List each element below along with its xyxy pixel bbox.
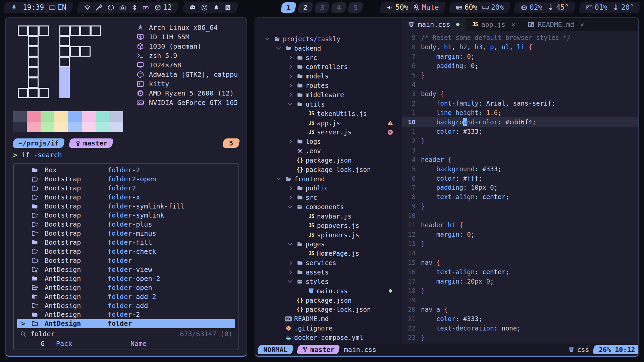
mic-widget[interactable]: Mute <box>413 3 439 11</box>
tree-item-package.json[interactable]: {}package.json <box>255 296 402 305</box>
tree-item-backend[interactable]: backend <box>255 44 402 53</box>
tree-item-middleware[interactable]: middleware <box>255 90 402 100</box>
code-line[interactable]: 18} <box>402 286 638 295</box>
tree-item-server.js[interactable]: JSserver.js <box>255 127 402 137</box>
tree-item-main.css[interactable]: main.css <box>255 286 402 296</box>
finder-row-folder-x[interactable]: ×Bootstrapfolder-x <box>17 193 235 202</box>
finder-row-folder-fill[interactable]: Bootstrapfolder-fill <box>17 238 235 247</box>
notion-icon[interactable] <box>224 4 231 11</box>
code-line[interactable]: 10 <box>402 211 638 220</box>
palette-icon[interactable] <box>107 4 114 11</box>
tree-item-services[interactable]: services <box>255 258 402 267</box>
tree-item-assets[interactable]: assets <box>255 267 402 277</box>
workspace-2[interactable]: 2 <box>297 2 314 13</box>
code-line[interactable]: 3 <box>402 145 638 155</box>
code-line[interactable]: 21color: #333; <box>402 314 638 323</box>
tree-item-package-lock.json[interactable]: {}package-lock.json <box>255 305 402 314</box>
tree-item-HomePage.js[interactable]: JSHomePage.js <box>255 249 402 258</box>
tree-item-tokenUtils.js[interactable]: JStokenUtils.js <box>255 109 402 118</box>
color-picker-icon[interactable] <box>96 4 103 11</box>
code-line[interactable]: 19 <box>402 295 638 305</box>
code-line[interactable]: 1line-height: 1.6; <box>402 108 638 117</box>
code-line[interactable]: 5} <box>402 70 638 80</box>
code-line[interactable]: 9/* Reset some default browser styles */ <box>402 33 638 42</box>
tree-item-docker-compose.yml[interactable]: docker-compose.yml <box>255 333 402 342</box>
wifi-icon[interactable] <box>84 4 91 11</box>
code-editor[interactable]: 9/* Reset some default browser styles */… <box>402 31 638 344</box>
finder-row-folder-open-2[interactable]: AntDesignfolder-open-2 <box>17 274 235 283</box>
code-line[interactable]: 6color: #fff; <box>402 174 638 183</box>
vivaldi-icon[interactable] <box>201 4 208 11</box>
code-line[interactable]: 23} <box>402 333 638 342</box>
bluetooth-icon[interactable] <box>131 4 138 11</box>
tree-item-package.json[interactable]: {}package.json <box>255 156 402 165</box>
disk-widget[interactable]: 60% <box>455 3 477 11</box>
tree-item-public[interactable]: public <box>255 184 402 193</box>
code-line[interactable]: 1color: #333; <box>402 127 638 136</box>
code-line[interactable]: 3body { <box>402 89 638 99</box>
cpu-temp-widget[interactable]: 45° <box>547 3 569 11</box>
finder-row-folder[interactable]: Bootstrapfolder <box>17 256 235 265</box>
tree-item-.env[interactable]: .env <box>255 146 402 156</box>
buffer-tab-main.css[interactable]: main.css <box>402 18 466 31</box>
finder-row-folder-add-2[interactable]: +AntDesignfolder-add-2 <box>17 292 235 301</box>
code-line[interactable]: 17margin: 20px 0; <box>402 277 638 286</box>
code-line[interactable]: 8body, h1, h2, h3, p, ul, li { <box>402 42 638 52</box>
keyboard-layout[interactable]: EN <box>49 3 66 11</box>
finder-row-folder-minus[interactable]: −Bootstrapfolder-minus <box>17 229 235 238</box>
gpu-widget[interactable]: 01% <box>586 3 607 11</box>
finder-row-folder-open[interactable]: AntDesignfolder-open <box>17 283 235 292</box>
gpu-temp-widget[interactable]: 20° <box>612 3 634 11</box>
tree-item-pages[interactable]: pages <box>255 240 402 249</box>
tree-item-projects/taskly[interactable]: projects/taskly <box>255 34 402 44</box>
code-line[interactable]: 15nav { <box>402 258 638 267</box>
finder-row-folder-check[interactable]: ✓Bootstrapfolder-check <box>17 247 235 256</box>
code-line[interactable]: 6padding: 0; <box>402 61 638 70</box>
screenshot-icon[interactable] <box>119 4 126 11</box>
code-line[interactable]: 13} <box>402 239 638 248</box>
finder-query-row[interactable]: folder 673/63147 (0) <box>17 329 235 339</box>
tree-item-models[interactable]: models <box>255 71 402 81</box>
workspace-3[interactable]: 3 <box>314 2 330 13</box>
finder-row-folder-add[interactable]: +AntDesignfolder-add <box>17 301 235 310</box>
code-line[interactable]: 5background: #333; <box>402 164 638 174</box>
code-line[interactable]: 2font-family: Arial, sans-serif; <box>402 99 638 108</box>
workspace-4[interactable]: 4 <box>331 2 347 13</box>
finder-row-folder-2[interactable]: AntDesignfolder-2 <box>17 310 235 319</box>
buffer-tab-app.js[interactable]: JSapp.js× <box>466 18 522 31</box>
cpu-widget[interactable]: 02% <box>521 3 542 11</box>
finder-row-folder2[interactable]: Bootstrapfolder2 <box>17 184 235 193</box>
finder-row-folder2-open[interactable]: Bootstrapfolder2-open <box>17 175 235 184</box>
tree-item-styles[interactable]: styles <box>255 277 402 286</box>
finder-row-folder-symlink-fill[interactable]: Bootstrapfolder-symlink-fill <box>17 202 235 211</box>
tree-item-popovers.js[interactable]: JSpopovers.js <box>255 221 402 230</box>
code-line[interactable]: 14 <box>402 248 638 258</box>
clock[interactable]: 19:39 <box>23 3 44 11</box>
code-line[interactable]: 22text-decoration: none; <box>402 323 638 333</box>
volume-widget[interactable]: 50% <box>386 3 408 11</box>
workspace-1[interactable]: 1 <box>280 2 297 13</box>
tree-item-spinners.js[interactable]: JSspinners.js <box>255 230 402 240</box>
workspace-5[interactable]: 5 <box>347 2 364 13</box>
code-line[interactable]: 9} <box>402 201 638 211</box>
code-line[interactable]: 16text-align: center; <box>402 267 638 277</box>
tree-item-README.md[interactable]: M↓README.md <box>255 314 402 323</box>
finder-row-folder[interactable]: >AntDesignfolder <box>17 319 235 328</box>
tree-item-package-lock.json[interactable]: {}package-lock.json <box>255 165 402 174</box>
tree-item-logs[interactable]: logs <box>255 137 402 146</box>
finder-row-folder-view[interactable]: ◉AntDesignfolder-view <box>17 265 235 274</box>
tree-item-frontend[interactable]: frontend <box>255 174 402 184</box>
finder-row-folder-symlink[interactable]: ↗Bootstrapfolder-symlink <box>17 211 235 220</box>
battery-charging-icon[interactable] <box>143 4 150 11</box>
tree-item-components[interactable]: components <box>255 202 402 212</box>
discord-icon[interactable] <box>189 4 196 11</box>
tree-item-routes[interactable]: routes <box>255 81 402 90</box>
inkscape-icon[interactable] <box>213 4 220 11</box>
code-line[interactable]: 8text-align: center; <box>402 192 638 201</box>
code-line[interactable]: 12margin: 0; <box>402 230 638 239</box>
code-line[interactable]: 11header h1 { <box>402 220 638 230</box>
close-buffer-icon[interactable]: × <box>580 21 584 28</box>
code-line[interactable]: 10background-color: #cdd6f4; <box>402 117 638 127</box>
finder-row-folder-plus[interactable]: +Bootstrapfolder-plus <box>17 220 235 229</box>
package-updates[interactable]: 12 <box>154 3 172 11</box>
